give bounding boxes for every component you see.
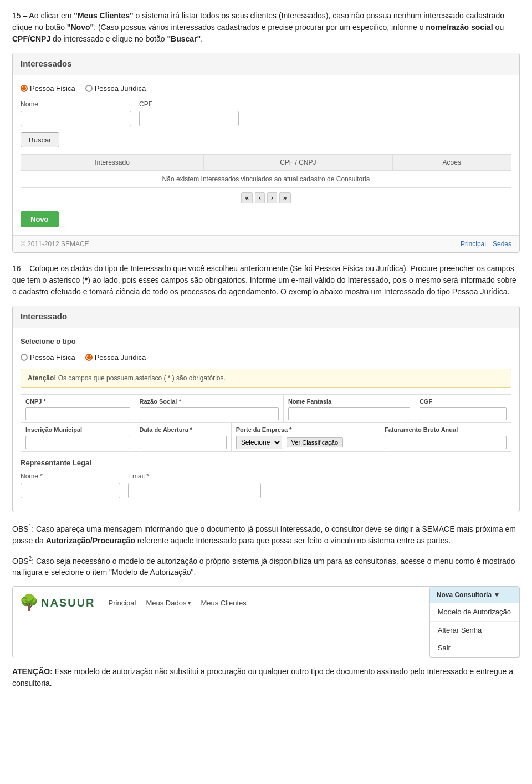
cgf-label: CGF bbox=[420, 397, 507, 406]
atencao-label: Atenção! bbox=[28, 374, 56, 382]
cpf-input[interactable] bbox=[139, 111, 239, 126]
obs1-sup: 1 bbox=[29, 523, 32, 530]
rep-nome-input[interactable] bbox=[21, 483, 120, 498]
form-row-1: CNPJ * Razão Social * Nome Fantasia CGF bbox=[21, 395, 511, 424]
interessados-panel: Interessados Pessoa Física Pessoa Jurídi… bbox=[12, 53, 520, 253]
results-table-section: Interessado CPF / CNPJ Ações Não existem… bbox=[21, 154, 511, 203]
rep-email-field: Email * bbox=[128, 471, 261, 498]
empty-message: Não existem Interessados vinculados ao a… bbox=[21, 171, 511, 188]
radio2-pessoa-juridica[interactable]: Pessoa Jurídica bbox=[85, 352, 146, 363]
rep-email-label: Email * bbox=[128, 471, 261, 481]
rep-nome-label: Nome * bbox=[21, 471, 120, 481]
abertura-input[interactable] bbox=[140, 436, 227, 449]
pag-last-button[interactable]: » bbox=[279, 192, 291, 203]
cpf-label: CPF bbox=[139, 99, 239, 109]
pag-prev-button[interactable]: ‹ bbox=[255, 192, 265, 203]
rep-nome-field: Nome * bbox=[21, 471, 120, 498]
pagination-row: « ‹ › » bbox=[21, 192, 511, 203]
obs2-text-start: OBS bbox=[12, 556, 29, 565]
obs2-paragraph: OBS2: Caso seja necessário o modelo de a… bbox=[12, 554, 520, 579]
fantasia-input[interactable] bbox=[288, 407, 410, 420]
cnpj-input[interactable] bbox=[25, 407, 130, 420]
col-cpf-cnpj: CPF / CNPJ bbox=[204, 155, 392, 171]
table-row-empty: Não existem Interessados vinculados ao a… bbox=[21, 171, 511, 188]
porte-row: Selecione Ver Classificação bbox=[236, 436, 375, 449]
buscar-button[interactable]: Buscar bbox=[21, 132, 59, 147]
nav-main: 🌳 NASUUR Principal Meus Dados ▾ Meus Cli… bbox=[13, 587, 429, 658]
nav-screenshot: 🌳 NASUUR Principal Meus Dados ▾ Meus Cli… bbox=[12, 586, 520, 658]
radio-fisica-dot bbox=[21, 85, 28, 92]
rep-legal-form-row: Nome * Email * bbox=[21, 471, 511, 498]
faturamento-label: Faturamento Bruto Anual bbox=[385, 425, 507, 435]
nav-meus-dados-label: Meus Dados bbox=[146, 598, 186, 609]
section16-paragraph: 16 – Coloque os dados do tipo de Interes… bbox=[12, 263, 520, 298]
abertura-label: Data de Abertura * bbox=[140, 425, 227, 435]
radio2-fisica-label: Pessoa Física bbox=[30, 352, 75, 363]
rep-legal-section: Representante Legal Nome * Email * bbox=[21, 457, 511, 499]
nav-logo-text: NASUUR bbox=[41, 594, 95, 611]
radio-juridica-label: Pessoa Jurídica bbox=[95, 83, 146, 94]
inscricao-input[interactable] bbox=[25, 436, 130, 449]
porte-cell: Porte da Empresa * Selecione Ver Classif… bbox=[232, 423, 380, 451]
razao-label: Razão Social * bbox=[140, 397, 279, 406]
form-grid: CNPJ * Razão Social * Nome Fantasia CGF bbox=[21, 394, 511, 452]
footer-copyright: © 2011-2012 SEMACE bbox=[21, 239, 89, 249]
interessado-panel-body: Selecione o tipo Pessoa Física Pessoa Ju… bbox=[13, 328, 519, 512]
buscar-btn-row: Buscar bbox=[21, 132, 511, 147]
nav-link-meus-clientes[interactable]: Meus Clientes bbox=[201, 598, 246, 609]
faturamento-cell: Faturamento Bruto Anual bbox=[380, 423, 511, 451]
cgf-cell: CGF bbox=[415, 395, 511, 423]
cnpj-label: CNPJ * bbox=[25, 397, 130, 406]
busca-form-row: Nome CPF bbox=[21, 99, 511, 126]
razao-cell: Razão Social * bbox=[135, 395, 284, 423]
obs1-text-start: OBS bbox=[12, 525, 29, 533]
rep-legal-title: Representante Legal bbox=[21, 457, 511, 469]
inscricao-label: Inscrição Municipal bbox=[25, 425, 130, 435]
atencao-box: Atenção! Os campos que possuem asterisco… bbox=[21, 369, 511, 388]
dropdown-menu: Nova Consultoria ▼ Modelo de Autorização… bbox=[429, 587, 519, 658]
footer-links: Principal Sedes bbox=[461, 239, 511, 249]
interessados-panel-title: Interessados bbox=[13, 53, 519, 75]
section15-paragraph: 15 – Ao clicar em "Meus Clientes" o sist… bbox=[12, 10, 520, 45]
tipo-radio-row2: Pessoa Física Pessoa Jurídica bbox=[21, 352, 511, 363]
dropdown-item-modelo[interactable]: Modelo de Autorização bbox=[430, 603, 519, 622]
pag-first-button[interactable]: « bbox=[241, 192, 253, 203]
results-table: Interessado CPF / CNPJ Ações Não existem… bbox=[21, 154, 511, 188]
faturamento-input[interactable] bbox=[385, 436, 507, 449]
tipo-radio-row: Pessoa Física Pessoa Jurídica bbox=[21, 83, 511, 94]
cnpj-cell: CNPJ * bbox=[21, 395, 135, 423]
fantasia-label: Nome Fantasia bbox=[288, 397, 410, 406]
razao-input[interactable] bbox=[140, 407, 279, 420]
nav-meus-dados-chevron-icon: ▾ bbox=[188, 599, 191, 607]
nome-field: Nome bbox=[21, 99, 131, 126]
obs1-paragraph: OBS1: Caso apareça uma mensagem informan… bbox=[12, 522, 520, 547]
footer-principal-link[interactable]: Principal bbox=[461, 239, 486, 249]
atencao-bold: ATENÇÃO: bbox=[12, 667, 53, 676]
dropdown-item-sair[interactable]: Sair bbox=[430, 639, 519, 657]
form-row-2: Inscrição Municipal Data de Abertura * P… bbox=[21, 423, 511, 451]
dropdown-item-alterar-senha[interactable]: Alterar Senha bbox=[430, 622, 519, 640]
radio-fisica-label: Pessoa Física bbox=[30, 83, 75, 94]
obs2-sup: 2 bbox=[29, 556, 32, 562]
radio-pessoa-juridica[interactable]: Pessoa Jurídica bbox=[85, 83, 146, 94]
nav-logo-tree-icon: 🌳 bbox=[19, 591, 39, 614]
radio-pessoa-fisica[interactable]: Pessoa Física bbox=[21, 83, 75, 94]
nav-link-meus-dados[interactable]: Meus Dados ▾ bbox=[146, 598, 191, 609]
interessado-panel: Interessado Selecione o tipo Pessoa Físi… bbox=[12, 306, 520, 512]
nav-link-principal[interactable]: Principal bbox=[109, 598, 136, 609]
cgf-input[interactable] bbox=[420, 407, 507, 420]
rep-email-input[interactable] bbox=[128, 483, 261, 498]
ver-classificacao-button[interactable]: Ver Classificação bbox=[287, 437, 343, 447]
novo-button[interactable]: Novo bbox=[21, 211, 59, 227]
pag-next-button[interactable]: › bbox=[267, 192, 277, 203]
dropdown-header: Nova Consultoria ▼ bbox=[430, 587, 519, 603]
footer-sedes-link[interactable]: Sedes bbox=[493, 239, 511, 249]
nav-links: Principal Meus Dados ▾ Meus Clientes bbox=[109, 598, 247, 609]
radio2-fisica-dot bbox=[21, 354, 28, 361]
atencao-final: ATENÇÃO: Esse modelo de autorização não … bbox=[12, 666, 520, 689]
col-acoes: Ações bbox=[392, 155, 511, 171]
nome-input[interactable] bbox=[21, 111, 131, 126]
porte-select[interactable]: Selecione bbox=[236, 436, 282, 449]
nome-label: Nome bbox=[21, 99, 131, 109]
radio2-pessoa-fisica[interactable]: Pessoa Física bbox=[21, 352, 75, 363]
